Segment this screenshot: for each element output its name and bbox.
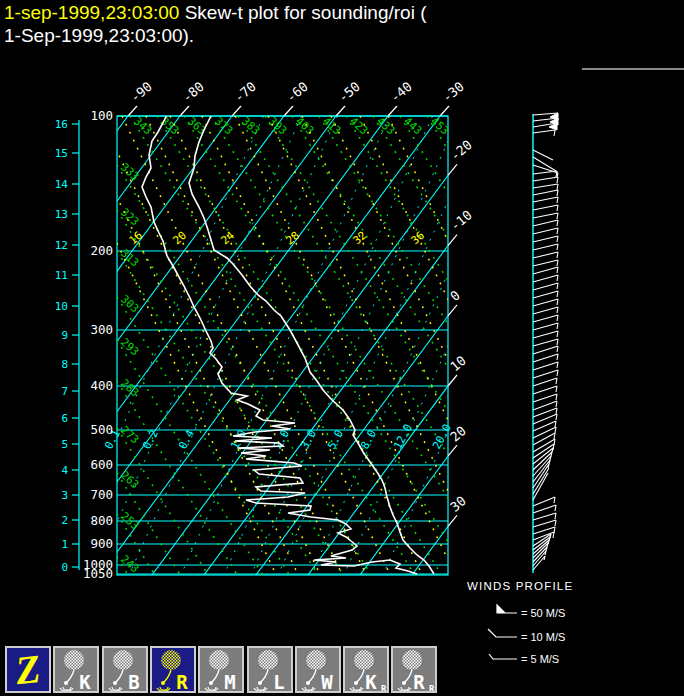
svg-text:313: 313 xyxy=(118,247,141,270)
height-axis: 012345678910111213141516 xyxy=(55,118,79,574)
radiosonde-balloon-icon: L xyxy=(249,648,291,691)
toolbar-button-letter: K xyxy=(79,671,91,691)
svg-text:433: 433 xyxy=(374,115,397,138)
svg-text:28: 28 xyxy=(284,229,303,247)
svg-text:32: 32 xyxy=(351,229,370,247)
wind-barb xyxy=(533,307,558,314)
svg-text:-50: -50 xyxy=(335,79,363,106)
wind-barb xyxy=(533,184,558,190)
svg-text:3.0: 3.0 xyxy=(298,428,319,452)
wind-barb xyxy=(533,339,558,346)
wind-profile xyxy=(533,113,558,573)
toolbar-button-letter: W xyxy=(321,671,333,691)
wind-barb xyxy=(533,513,556,520)
legend-50ms-label: = 50 M/S xyxy=(521,607,565,619)
wind-barb xyxy=(533,505,556,513)
svg-text:16: 16 xyxy=(127,229,146,247)
svg-text:500: 500 xyxy=(90,422,113,437)
winds-profile-title: WINDS PROFILE xyxy=(467,580,573,592)
svg-text:363: 363 xyxy=(185,115,208,138)
toolbar-button-rr[interactable]: RR xyxy=(391,646,437,693)
wind-barb xyxy=(533,362,558,370)
svg-text:100: 100 xyxy=(90,108,113,123)
legend-10ms-label: = 10 M/S xyxy=(521,631,565,643)
svg-text:5.0: 5.0 xyxy=(325,428,346,452)
svg-text:-70: -70 xyxy=(231,79,259,106)
wind-barb xyxy=(533,386,557,394)
wind-barb xyxy=(533,283,558,290)
svg-text:1: 1 xyxy=(61,538,68,551)
svg-text:2: 2 xyxy=(61,514,68,527)
wind-barb xyxy=(533,205,558,211)
svg-text:263: 263 xyxy=(118,469,141,492)
svg-text:3: 3 xyxy=(61,489,68,502)
svg-text:303: 303 xyxy=(118,293,141,316)
svg-text:2.0: 2.0 xyxy=(271,428,292,452)
svg-text:36: 36 xyxy=(409,229,428,247)
radiosonde-balloon-icon: B xyxy=(104,648,146,691)
svg-text:0: 0 xyxy=(61,561,68,574)
wind-barb xyxy=(533,275,558,282)
svg-text:413: 413 xyxy=(320,115,343,138)
wind-barb xyxy=(533,427,556,438)
wind-barb xyxy=(533,213,558,219)
radiosonde-balloon-icon: K xyxy=(55,648,97,691)
right-temp-labels: -20-100102030 xyxy=(447,137,475,526)
legend-flag-symbol xyxy=(497,605,517,613)
svg-text:6: 6 xyxy=(61,412,68,425)
svg-text:373: 373 xyxy=(212,115,235,138)
wind-barb xyxy=(533,220,558,226)
wind-barb xyxy=(533,323,558,330)
toolbar-button-letter: B xyxy=(128,671,139,691)
toolbar-button-r[interactable]: R xyxy=(150,646,196,693)
svg-text:30: 30 xyxy=(447,493,469,515)
svg-text:-80: -80 xyxy=(179,79,207,106)
toolbar-button-subscript: R xyxy=(429,684,435,691)
toolbar-button-b[interactable]: B xyxy=(102,646,148,693)
svg-text:393: 393 xyxy=(266,115,289,138)
svg-text:13: 13 xyxy=(55,208,68,221)
toolbar-button-letter: M xyxy=(224,671,235,691)
wind-barb xyxy=(533,228,558,234)
wind-barb xyxy=(533,315,558,322)
toolbar-button-subscript: R xyxy=(381,684,387,691)
svg-text:8: 8 xyxy=(61,358,68,371)
svg-text:1050: 1050 xyxy=(83,566,113,581)
svg-text:-90: -90 xyxy=(127,79,155,106)
svg-text:0.2: 0.2 xyxy=(140,428,161,452)
top-temp-labels: -90-80-70-60-50-40-30 xyxy=(127,79,467,116)
wind-barb xyxy=(533,394,557,402)
svg-text:900: 900 xyxy=(90,536,113,551)
wind-barb xyxy=(533,236,558,242)
wind-barb xyxy=(533,299,558,306)
wind-barb xyxy=(533,291,558,298)
svg-text:-30: -30 xyxy=(439,79,467,106)
svg-text:-10: -10 xyxy=(447,207,475,234)
svg-text:333: 333 xyxy=(118,161,141,184)
wind-barb xyxy=(533,190,558,196)
svg-text:9: 9 xyxy=(61,329,68,342)
radiosonde-balloon-icon: KR xyxy=(345,648,387,691)
toolbar-button-kr[interactable]: KR xyxy=(343,646,389,693)
toolbar-button-k[interactable]: K xyxy=(53,646,99,693)
svg-text:800: 800 xyxy=(90,513,113,528)
radiosonde-balloon-icon: RR xyxy=(393,648,435,691)
wind-barb xyxy=(533,252,558,258)
toolbar-button-m[interactable]: M xyxy=(198,646,244,693)
svg-text:-20: -20 xyxy=(447,137,475,164)
toolbar-button-z[interactable]: Z xyxy=(5,646,51,693)
svg-text:443: 443 xyxy=(401,115,424,138)
svg-text:323: 323 xyxy=(118,206,141,229)
toolbar-button-w[interactable]: W xyxy=(295,646,341,693)
wind-barb xyxy=(533,346,558,354)
toolbar-button-letter: R xyxy=(176,671,188,691)
svg-text:283: 283 xyxy=(118,377,141,400)
wind-barb xyxy=(533,556,545,570)
toolbar-button-l[interactable]: L xyxy=(247,646,293,693)
svg-text:600: 600 xyxy=(90,457,113,472)
toolbar-button-letter: R xyxy=(413,671,425,691)
svg-text:20: 20 xyxy=(171,229,190,247)
svg-text:300: 300 xyxy=(90,322,113,337)
wind-barb xyxy=(533,123,557,130)
wind-barb xyxy=(533,244,558,250)
